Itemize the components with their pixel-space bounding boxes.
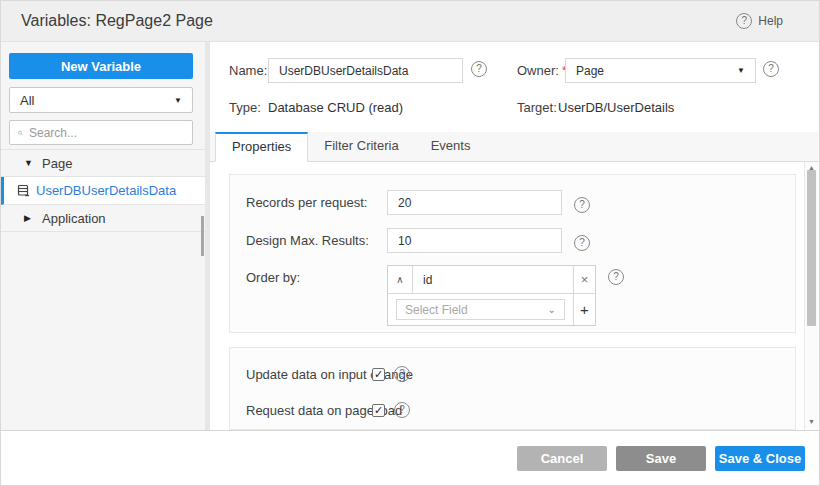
content-scrollbar[interactable]: ▲ ▼: [804, 162, 818, 430]
order-by-table: ∧ id × Select Field ⌄ +: [387, 265, 596, 326]
design-max-results-label: Design Max. Results:: [246, 228, 387, 253]
owner-help-icon[interactable]: ?: [763, 61, 779, 77]
database-variable-icon: [17, 184, 30, 197]
help-link[interactable]: ? Help: [736, 13, 783, 29]
records-per-request-label: Records per request:: [246, 190, 387, 215]
request-settings-card: Records per request: ? Design Max. Resul…: [229, 174, 796, 333]
design-max-results-row: Design Max. Results: ?: [246, 228, 785, 253]
records-per-request-row: Records per request: ?: [246, 190, 785, 215]
chevron-down-icon: ▼: [174, 96, 182, 105]
behavior-settings-card: Update data on input change ✓ ? Request …: [229, 347, 796, 430]
request-on-page-load-row: Request data on page load ✓ ?: [246, 398, 410, 422]
order-by-label: Order by:: [246, 265, 387, 290]
tree-item-label: Page: [42, 156, 72, 171]
help-icon[interactable]: ?: [736, 13, 752, 29]
design-max-results-input[interactable]: [387, 228, 562, 253]
request-on-page-load-checkbox[interactable]: ✓: [372, 404, 385, 417]
sidebar-scrollbar-thumb[interactable]: [201, 216, 204, 256]
chevron-down-icon: ▼: [737, 66, 745, 75]
order-by-help-icon[interactable]: ?: [608, 269, 624, 285]
tree-item-application[interactable]: ▶ Application: [1, 205, 205, 232]
update-on-input-change-label: Update data on input change: [246, 367, 372, 382]
type-label: Type:: [229, 100, 261, 115]
scroll-down-icon[interactable]: ▼: [805, 416, 818, 428]
tree-item-label: Application: [42, 211, 106, 226]
name-input[interactable]: [268, 58, 463, 83]
search-icon: [18, 127, 23, 139]
order-by-add-row: Select Field ⌄ +: [388, 294, 595, 325]
chevron-down-icon: ⌄: [548, 304, 556, 315]
page-title: Variables: RegPage2 Page: [21, 12, 213, 30]
variables-dialog: Variables: RegPage2 Page ? Help New Vari…: [0, 0, 820, 486]
sort-ascending-icon[interactable]: ∧: [388, 266, 413, 293]
owner-value: Page: [576, 64, 604, 78]
tab-events[interactable]: Events: [415, 132, 487, 161]
properties-tab-content: Records per request: ? Design Max. Resul…: [210, 162, 819, 430]
owner-select[interactable]: Page ▼: [565, 58, 756, 83]
owner-label: Owner:*: [517, 63, 567, 78]
variable-filter-select[interactable]: All ▼: [9, 87, 193, 113]
select-field-placeholder: Select Field: [405, 303, 468, 317]
tree-item-page[interactable]: ▼ Page: [1, 150, 205, 177]
order-by-row: Order by: ∧ id × Select Field ⌄: [246, 265, 785, 290]
footer: Cancel Save Save & Close: [1, 430, 819, 485]
type-value: Database CRUD (read): [268, 100, 403, 115]
save-and-close-button[interactable]: Save & Close: [715, 446, 805, 471]
order-by-field-value[interactable]: id: [413, 266, 573, 293]
tab-properties[interactable]: Properties: [215, 132, 308, 162]
name-help-icon[interactable]: ?: [471, 61, 487, 77]
titlebar: Variables: RegPage2 Page ? Help: [1, 1, 819, 42]
content-scrollbar-thumb[interactable]: [807, 170, 816, 326]
select-field-dropdown[interactable]: Select Field ⌄: [396, 299, 565, 320]
tab-bar: Properties Filter Criteria Events: [210, 132, 819, 162]
records-help-icon[interactable]: ?: [574, 197, 590, 213]
request-on-page-load-label: Request data on page load: [246, 403, 372, 418]
new-variable-button[interactable]: New Variable: [9, 53, 193, 79]
search-box[interactable]: [9, 120, 193, 145]
target-label: Target:: [517, 100, 557, 115]
update-help-icon[interactable]: ?: [394, 366, 410, 382]
request-help-icon[interactable]: ?: [394, 402, 410, 418]
target-value: UserDB/UserDetails: [558, 100, 674, 115]
save-button[interactable]: Save: [616, 446, 706, 471]
caret-right-icon[interactable]: ▶: [24, 213, 42, 223]
select-field-wrap: Select Field ⌄: [388, 294, 573, 325]
help-label[interactable]: Help: [758, 14, 783, 28]
add-order-by-icon[interactable]: +: [573, 294, 595, 325]
sidebar: New Variable All ▼ ▼ Page: [1, 42, 205, 430]
variable-tree: ▼ Page UserDBUserDetailsData ▶ Applicati…: [1, 149, 205, 232]
tree-item-userdbuserdetailsdata[interactable]: UserDBUserDetailsData: [1, 177, 205, 205]
remove-order-by-icon[interactable]: ×: [573, 266, 595, 293]
order-by-entry-row: ∧ id ×: [388, 266, 595, 294]
search-input[interactable]: [29, 126, 184, 140]
cancel-button[interactable]: Cancel: [517, 446, 607, 471]
records-per-request-input[interactable]: [387, 190, 562, 215]
update-on-input-change-row: Update data on input change ✓ ?: [246, 362, 410, 386]
tree-item-label: UserDBUserDetailsData: [36, 183, 176, 198]
tab-filter-criteria[interactable]: Filter Criteria: [308, 132, 414, 161]
variable-filter-value: All: [20, 93, 34, 108]
main-panel: Name:* ? Owner:* Page ▼ ? Type: Database…: [210, 42, 819, 430]
caret-down-icon[interactable]: ▼: [24, 158, 42, 168]
update-on-input-change-checkbox[interactable]: ✓: [372, 368, 385, 381]
design-max-help-icon[interactable]: ?: [574, 235, 590, 251]
